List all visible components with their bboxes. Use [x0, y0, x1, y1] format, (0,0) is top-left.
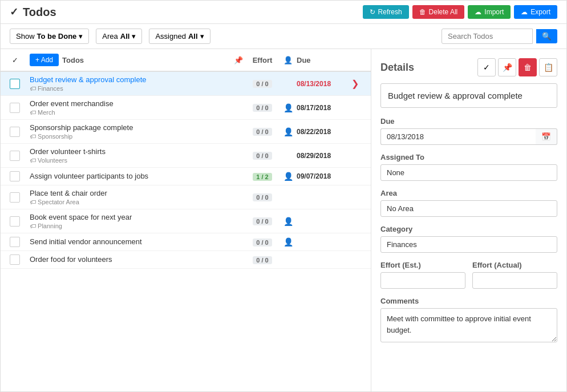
main-content: ✓ + Add Todos 📌 Effort 👤 Due — [1, 49, 566, 391]
cloud-download-icon: ☁ — [521, 8, 528, 16]
table-row[interactable]: Send initial vendor announcement 0 / 0 👤 — [1, 233, 371, 251]
todo-checkbox[interactable] — [10, 79, 20, 89]
area-filter-dropdown[interactable]: Area All ▾ — [96, 29, 142, 44]
due-date: 08/29/2018 — [297, 152, 348, 160]
table-row[interactable]: Order volunteer t-shirts 🏷 Volunteers 0 … — [1, 144, 371, 168]
todo-content: Place tent & chair order 🏷 Spectator Are… — [30, 189, 232, 205]
effort-actual-col: Effort (Actual) — [472, 261, 557, 289]
todo-title: Sponsorship package complete — [30, 123, 232, 132]
add-todo-button[interactable]: + Add — [30, 54, 59, 66]
todo-name-display[interactable]: Budget review & approval complete — [380, 83, 557, 108]
todo-checkbox[interactable] — [10, 171, 20, 181]
todo-panel: ✓ + Add Todos 📌 Effort 👤 Due — [1, 49, 371, 391]
table-header: ✓ + Add Todos 📌 Effort 👤 Due — [1, 49, 371, 72]
due-date-input[interactable] — [380, 128, 536, 145]
table-row[interactable]: Order event merchandise 🏷 Merch 0 / 0 👤 … — [1, 96, 371, 120]
search-button[interactable]: 🔍 — [536, 29, 557, 43]
todo-checkbox[interactable] — [10, 103, 20, 113]
assigned-to-select[interactable]: None — [380, 164, 557, 181]
todo-checkbox[interactable] — [10, 192, 20, 203]
area-select[interactable]: No Area — [380, 200, 557, 217]
effort-badge: 0 / 0 — [253, 193, 272, 201]
todo-tag: 🏷 Finances — [30, 85, 63, 92]
cloud-upload-icon: ☁ — [475, 8, 481, 16]
search-icon: 🔍 — [542, 32, 552, 41]
details-copy-button[interactable]: 📋 — [539, 58, 557, 76]
todo-title: Order volunteer t-shirts — [30, 147, 232, 156]
todo-tag-row: 🏷 Merch — [30, 109, 232, 116]
assigned-icon: 👤 — [280, 172, 297, 181]
area-field-group: Area No Area — [380, 189, 557, 217]
calendar-button[interactable]: 📅 — [536, 128, 557, 145]
category-field-group: Category — [380, 225, 557, 253]
show-value: To be Done — [37, 32, 77, 41]
details-header: Details ✓ 📌 🗑 📋 — [380, 58, 557, 76]
todo-checkbox[interactable] — [10, 216, 20, 227]
todo-checkbox[interactable] — [10, 127, 20, 137]
table-row[interactable]: Order food for volunteers 0 / 0 — [1, 251, 371, 269]
effort-badge: 0 / 0 — [253, 128, 272, 136]
comments-field-group: Comments Meet with committee to approve … — [380, 297, 557, 344]
due-date: 08/22/2018 — [297, 128, 348, 136]
pin-col-header: 📌 — [232, 56, 245, 64]
export-button[interactable]: ☁ Export — [514, 5, 557, 19]
chevron-down-icon: ▾ — [200, 32, 204, 41]
import-button[interactable]: ☁ Import — [468, 5, 511, 19]
table-row[interactable]: Sponsorship package complete 🏷 Sponsorsh… — [1, 120, 371, 144]
assigned-filter-dropdown[interactable]: Assigned All ▾ — [149, 29, 210, 44]
effort-actual-input[interactable] — [472, 272, 557, 289]
row-checkbox-col — [10, 216, 30, 227]
assigned-icon: 👤 — [280, 237, 297, 246]
search-input[interactable] — [442, 29, 533, 44]
todo-tag: 🏷 Volunteers — [30, 157, 67, 164]
effort-badge: 0 / 0 — [253, 152, 272, 160]
category-input[interactable] — [380, 236, 557, 253]
table-row[interactable]: Book event space for next year 🏷 Plannin… — [1, 209, 371, 233]
comments-textarea[interactable]: Meet with committee to approve initial e… — [380, 308, 557, 342]
details-pin-button[interactable]: 📌 — [498, 58, 516, 76]
row-checkbox-col — [10, 79, 30, 89]
todo-checkbox[interactable] — [10, 254, 20, 265]
effort-badge: 0 / 0 — [253, 104, 272, 112]
effort-est-col: Effort (Est.) — [380, 261, 465, 289]
refresh-button[interactable]: ↻ Refresh — [363, 5, 409, 19]
todo-content: Order volunteer t-shirts 🏷 Volunteers — [30, 147, 232, 164]
effort-col: 0 / 0 — [245, 127, 280, 136]
effort-badge: 0 / 0 — [253, 80, 272, 88]
chevron-down-icon: ▾ — [79, 32, 83, 41]
table-row[interactable]: Budget review & approval complete 🏷 Fina… — [1, 72, 371, 96]
assigned-to-label: Assigned To — [380, 153, 557, 161]
effort-badge: 0 / 0 — [253, 217, 272, 225]
todo-content: Order food for volunteers — [30, 255, 232, 265]
arrow-icon: ❯ — [348, 78, 362, 89]
show-filter-dropdown[interactable]: Show To be Done ▾ — [10, 29, 89, 44]
todo-checkbox[interactable] — [10, 237, 20, 247]
todo-title: Order food for volunteers — [30, 255, 232, 264]
area-field-label: Area — [380, 189, 557, 197]
effort-field-group: Effort (Est.) Effort (Actual) — [380, 261, 557, 289]
todo-content: Book event space for next year 🏷 Plannin… — [30, 213, 232, 229]
table-row[interactable]: Assign volunteer participants to jobs 1 … — [1, 168, 371, 185]
effort-est-input[interactable] — [380, 272, 465, 289]
todo-tag-row: 🏷 Sponsorship — [30, 133, 232, 140]
todo-tag: 🏷 Merch — [30, 109, 55, 116]
details-delete-button[interactable]: 🗑 — [519, 58, 537, 76]
effort-col-header: Effort — [245, 56, 280, 64]
assigned-label: Assigned — [155, 32, 185, 41]
table-row[interactable]: Place tent & chair order 🏷 Spectator Are… — [1, 185, 371, 209]
todo-checkbox[interactable] — [10, 151, 20, 161]
effort-col: 0 / 0 — [245, 193, 280, 201]
details-check-button[interactable]: ✓ — [477, 58, 496, 76]
todo-list: Budget review & approval complete 🏷 Fina… — [1, 72, 371, 391]
due-date: 08/17/2018 — [297, 104, 348, 112]
effort-est-label: Effort (Est.) — [380, 261, 465, 269]
due-date: 09/07/2018 — [297, 172, 348, 180]
header-actions: ↻ Refresh 🗑 Delete All ☁ Import ☁ Export — [363, 5, 557, 19]
delete-all-button[interactable]: 🗑 Delete All — [412, 5, 465, 19]
assigned-icon: 👤 — [280, 103, 297, 112]
due-input-container: 📅 — [380, 128, 557, 145]
assigned-value: All — [188, 32, 198, 41]
todos-col-header: Todos — [62, 56, 232, 64]
row-checkbox-col — [10, 237, 30, 247]
page-title-text: Todos — [23, 6, 56, 19]
